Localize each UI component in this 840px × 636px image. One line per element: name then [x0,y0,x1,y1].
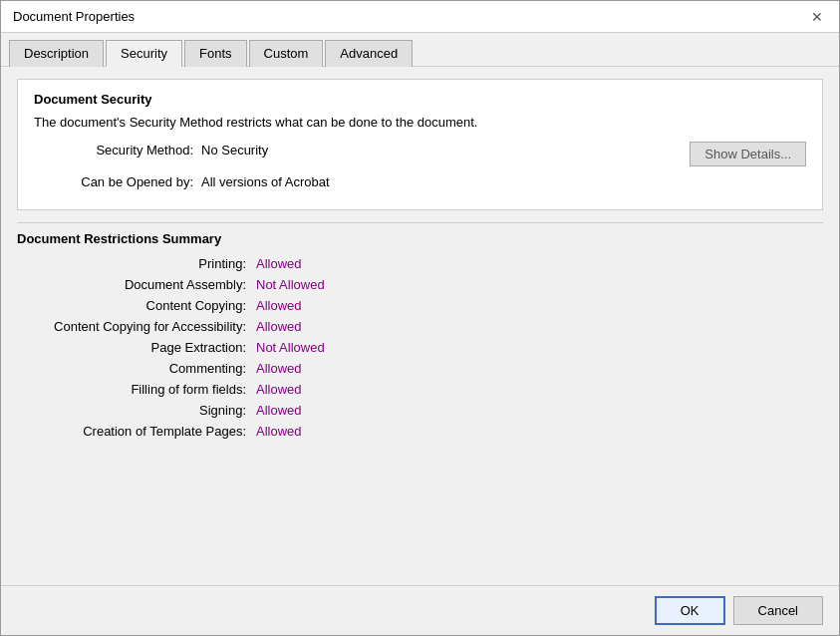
tab-security[interactable]: Security [106,40,182,67]
restrictions-section: Document Restrictions Summary Printing: … [17,222,823,439]
restriction-page-extraction-label: Page Extraction: [17,340,246,355]
security-method-row: Security Method: No Security Show Detail… [34,142,806,166]
tab-fonts[interactable]: Fonts [184,40,247,67]
restriction-content-copying-accessibility: Content Copying for Accessibility: Allow… [17,319,823,334]
tab-description[interactable]: Description [9,40,104,67]
tab-advanced[interactable]: Advanced [325,40,413,67]
document-properties-dialog: Document Properties ✕ Description Securi… [0,0,840,636]
close-button[interactable]: ✕ [807,7,827,27]
footer: OK Cancel [1,585,839,635]
restriction-document-assembly: Document Assembly: Not Allowed [17,277,823,292]
restriction-content-copying-value: Allowed [256,298,302,313]
dialog-title: Document Properties [13,9,135,24]
restriction-content-copying-accessibility-label: Content Copying for Accessibility: [17,319,246,334]
cancel-button[interactable]: Cancel [733,596,823,625]
can-be-opened-label: Can be Opened by: [34,174,193,189]
restrictions-title: Document Restrictions Summary [17,231,823,246]
restriction-filling-form-fields-label: Filling of form fields: [17,382,246,397]
restriction-page-extraction: Page Extraction: Not Allowed [17,340,823,355]
restriction-content-copying-label: Content Copying: [17,298,246,313]
restriction-filling-form-fields-value: Allowed [256,382,302,397]
restriction-filling-form-fields: Filling of form fields: Allowed [17,382,823,397]
show-details-button[interactable]: Show Details... [690,142,806,166]
restriction-creation-template-pages-value: Allowed [256,424,302,439]
restriction-document-assembly-label: Document Assembly: [17,277,246,292]
restriction-signing-value: Allowed [256,403,302,418]
restriction-signing: Signing: Allowed [17,403,823,418]
tab-bar: Description Security Fonts Custom Advanc… [1,33,839,67]
can-be-opened-row: Can be Opened by: All versions of Acroba… [34,174,806,189]
restriction-commenting-label: Commenting: [17,361,246,376]
restriction-commenting-value: Allowed [256,361,302,376]
security-method-label: Security Method: [34,143,193,158]
divider [17,222,823,223]
ok-button[interactable]: OK [655,596,725,625]
restriction-printing: Printing: Allowed [17,256,823,271]
title-bar: Document Properties ✕ [1,1,839,33]
document-security-title: Document Security [34,92,806,107]
content-area: Document Security The document's Securit… [1,67,839,585]
restriction-content-copying-accessibility-value: Allowed [256,319,302,334]
restriction-printing-value: Allowed [256,256,302,271]
document-security-section: Document Security The document's Securit… [17,79,823,210]
tab-custom[interactable]: Custom [249,40,324,67]
restriction-creation-template-pages: Creation of Template Pages: Allowed [17,424,823,439]
security-info-text: The document's Security Method restricts… [34,115,806,130]
restriction-printing-label: Printing: [17,256,246,271]
security-method-value: No Security [201,143,268,158]
restriction-content-copying: Content Copying: Allowed [17,298,823,313]
can-be-opened-value: All versions of Acrobat [201,174,330,189]
security-method-field: Security Method: No Security [34,143,690,158]
restriction-page-extraction-value: Not Allowed [256,340,325,355]
restriction-document-assembly-value: Not Allowed [256,277,325,292]
restriction-commenting: Commenting: Allowed [17,361,823,376]
restriction-signing-label: Signing: [17,403,246,418]
restriction-creation-template-pages-label: Creation of Template Pages: [17,424,246,439]
